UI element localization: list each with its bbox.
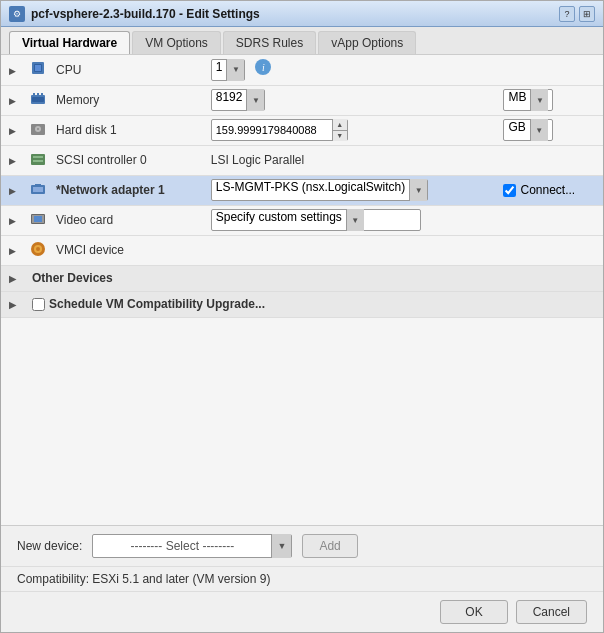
memory-dropdown-arrow[interactable]: ▼: [246, 89, 264, 111]
table-row: ▶ *Network adapter 1 LS-MGMT-PKS (nsx.Lo…: [1, 175, 603, 205]
upgrade-checkbox-label[interactable]: Schedule VM Compatibility Upgrade...: [32, 297, 597, 311]
disk-spinbox-btns: ▲ ▼: [332, 119, 347, 141]
memory-label: Memory: [50, 85, 207, 115]
network-label: *Network adapter 1: [50, 175, 207, 205]
upgrade-checkbox[interactable]: [32, 298, 45, 311]
svg-rect-11: [31, 154, 45, 165]
upgrade-expand[interactable]: ▶: [1, 291, 26, 317]
disk-increment[interactable]: ▲: [333, 119, 347, 131]
video-expand[interactable]: ▶: [1, 205, 26, 235]
cpu-info-icon[interactable]: i: [255, 59, 271, 75]
memory-unit-arrow[interactable]: ▼: [530, 89, 548, 111]
memory-unit-select[interactable]: MB ▼: [503, 89, 553, 111]
network-dropdown-arrow[interactable]: ▼: [409, 179, 427, 201]
connect-label: Connect...: [520, 183, 575, 197]
vmci-expand[interactable]: ▶: [1, 235, 26, 265]
tab-virtual-hardware[interactable]: Virtual Hardware: [9, 31, 130, 54]
disk-unit: GB: [504, 120, 529, 140]
footer-area: New device: -------- Select -------- ▼ A…: [1, 525, 603, 632]
svg-rect-7: [32, 97, 44, 102]
disk-icon-cell: [26, 115, 50, 145]
disk-expand[interactable]: ▶: [1, 115, 26, 145]
disk-spinbox[interactable]: 159.9999179840088 ▲ ▼: [211, 119, 348, 141]
net-icon-cell: [26, 175, 50, 205]
new-device-label: New device:: [17, 539, 82, 553]
net-control: LS-MGMT-PKS (nsx.LogicalSwitch) ▼: [207, 175, 500, 205]
cpu-expand[interactable]: ▶: [1, 55, 26, 85]
disk-decrement[interactable]: ▼: [333, 131, 347, 142]
table-row: ▶ VMCI device: [1, 235, 603, 265]
table-row: ▶ Hard disk 1 159.9999179840088: [1, 115, 603, 145]
scsi-value: LSI Logic Parallel: [211, 153, 304, 167]
video-select[interactable]: Specify custom settings ▼: [211, 209, 421, 231]
video-label: Video card: [50, 205, 207, 235]
cpu-icon: [30, 60, 46, 76]
tab-vapp-options[interactable]: vApp Options: [318, 31, 416, 54]
add-button[interactable]: Add: [302, 534, 357, 558]
upgrade-cell: Schedule VM Compatibility Upgrade...: [26, 291, 603, 317]
scsi-icon: [30, 151, 46, 167]
tab-sdrs-rules[interactable]: SDRS Rules: [223, 31, 316, 54]
net-connect-control: Connect...: [499, 175, 603, 205]
svg-rect-6: [41, 93, 43, 96]
ok-button[interactable]: OK: [440, 600, 507, 624]
svg-rect-2: [35, 65, 41, 71]
upgrade-label: Schedule VM Compatibility Upgrade...: [49, 297, 265, 311]
disk-control: 159.9999179840088 ▲ ▼: [207, 115, 500, 145]
disk-unit-select[interactable]: GB ▼: [503, 119, 553, 141]
compat-row: Compatibility: ESXi 5.1 and later (VM ve…: [1, 567, 603, 592]
vmci-label: VMCI device: [50, 235, 207, 265]
disk-value: 159.9999179840088: [212, 124, 332, 136]
tabs-bar: Virtual Hardware VM Options SDRS Rules v…: [1, 27, 603, 55]
connect-checkbox-label[interactable]: Connect...: [503, 183, 599, 197]
empty-space: [1, 318, 603, 438]
window-icon: ⚙: [9, 6, 25, 22]
maximize-button[interactable]: ⊞: [579, 6, 595, 22]
other-expand[interactable]: ▶: [1, 265, 26, 291]
memory-unit: MB: [504, 90, 530, 110]
scsi-expand[interactable]: ▶: [1, 145, 26, 175]
network-select[interactable]: LS-MGMT-PKS (nsx.LogicalSwitch) ▼: [211, 179, 428, 201]
cpu-label: CPU: [50, 55, 207, 85]
new-device-select[interactable]: -------- Select -------- ▼: [92, 534, 292, 558]
title-bar: ⚙ pcf-vsphere-2.3-build.170 - Edit Setti…: [1, 1, 603, 27]
vmci-icon-cell: [26, 235, 50, 265]
action-row: OK Cancel: [1, 592, 603, 632]
window-title: pcf-vsphere-2.3-build.170 - Edit Setting…: [31, 7, 260, 21]
table-row: ▶ SCSI controller 0 LSI Logic Parallel: [1, 145, 603, 175]
cpu-control: 1 ▼ i: [207, 55, 603, 85]
vmci-icon: [30, 241, 46, 257]
cpu-icon-cell: [26, 55, 50, 85]
memory-select[interactable]: 8192 ▼: [211, 89, 266, 111]
table-row: ▶ Video card Specify custom settings ▼: [1, 205, 603, 235]
tab-vm-options[interactable]: VM Options: [132, 31, 221, 54]
memory-icon: [30, 91, 46, 107]
table-row: ▶ Schedule VM Compatibility Upgrade...: [1, 291, 603, 317]
new-device-row: New device: -------- Select -------- ▼ A…: [1, 526, 603, 567]
other-devices-label: Other Devices: [26, 265, 603, 291]
disk-unit-control: GB ▼: [499, 115, 603, 145]
cancel-button[interactable]: Cancel: [516, 600, 587, 624]
svg-point-22: [36, 247, 40, 251]
scsi-label: SCSI controller 0: [50, 145, 207, 175]
memory-expand[interactable]: ▶: [1, 85, 26, 115]
cpu-dropdown-arrow[interactable]: ▼: [226, 59, 244, 81]
table-row: ▶ CPU 1 ▼: [1, 55, 603, 85]
table-row: ▶ Other Devices: [1, 265, 603, 291]
memory-control: 8192 ▼: [207, 85, 500, 115]
video-dropdown-arrow[interactable]: ▼: [346, 209, 364, 231]
new-device-arrow[interactable]: ▼: [271, 534, 291, 558]
cpu-value: 1: [212, 60, 227, 80]
connect-checkbox[interactable]: [503, 184, 516, 197]
network-icon: [30, 181, 46, 197]
disk-unit-arrow[interactable]: ▼: [530, 119, 548, 141]
settings-table: ▶ CPU 1 ▼: [1, 55, 603, 318]
help-button[interactable]: ?: [559, 6, 575, 22]
scsi-control: LSI Logic Parallel: [207, 145, 603, 175]
cpu-select[interactable]: 1 ▼: [211, 59, 246, 81]
video-control: Specify custom settings ▼: [207, 205, 603, 235]
net-expand[interactable]: ▶: [1, 175, 26, 205]
scsi-icon-cell: [26, 145, 50, 175]
svg-rect-5: [37, 93, 39, 96]
svg-point-10: [37, 128, 39, 130]
